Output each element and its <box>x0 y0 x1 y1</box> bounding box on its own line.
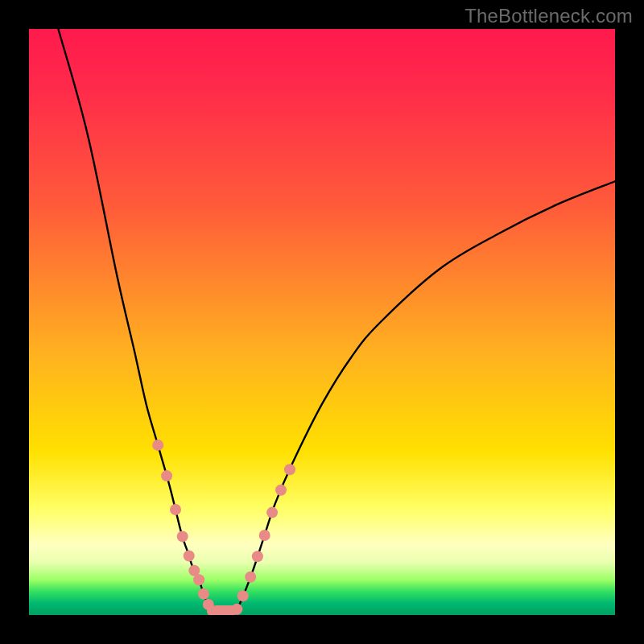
marker-dot <box>152 440 163 451</box>
marker-dot <box>198 588 209 600</box>
curve-canvas <box>29 29 615 615</box>
marker-dot <box>252 551 263 562</box>
watermark-text: TheBottleneck.com <box>464 5 633 27</box>
chart-frame: TheBottleneck.com <box>0 0 644 644</box>
marker-dot <box>193 574 204 585</box>
marker-dot <box>161 470 172 481</box>
marker-dot <box>245 572 256 583</box>
marker-dot <box>184 551 195 562</box>
marker-dot <box>237 590 249 601</box>
marker-dot <box>266 507 278 518</box>
marker-dot <box>259 530 270 541</box>
marker-dots <box>152 440 295 615</box>
marker-dot <box>231 604 242 615</box>
marker-dot <box>177 530 188 542</box>
curve-right <box>234 181 615 615</box>
marker-dot <box>170 504 181 515</box>
plot-area <box>29 29 615 615</box>
marker-dot <box>284 464 295 475</box>
marker-dot <box>275 485 287 496</box>
curve-left <box>58 29 217 615</box>
